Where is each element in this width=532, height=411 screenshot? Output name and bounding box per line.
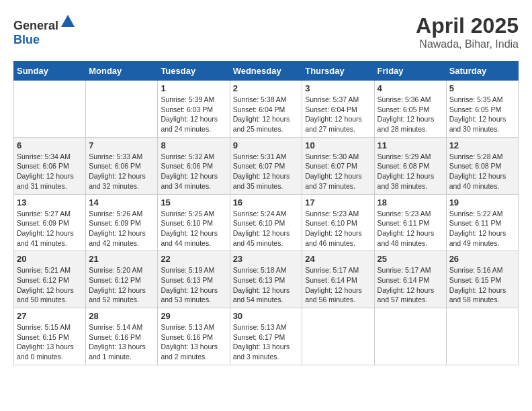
- month-title: April 2025: [416, 13, 519, 38]
- calendar-cell: 16Sunrise: 5:24 AM Sunset: 6:10 PM Dayli…: [230, 194, 302, 251]
- calendar-cell: 7Sunrise: 5:33 AM Sunset: 6:06 PM Daylig…: [86, 137, 158, 194]
- calendar-cell: 8Sunrise: 5:32 AM Sunset: 6:06 PM Daylig…: [158, 137, 230, 194]
- calendar-cell: [14, 81, 86, 138]
- cell-day-number: 6: [17, 140, 83, 150]
- cell-info: Sunrise: 5:37 AM Sunset: 6:04 PM Dayligh…: [305, 95, 371, 134]
- cell-info: Sunrise: 5:24 AM Sunset: 6:10 PM Dayligh…: [233, 209, 300, 248]
- cell-day-number: 7: [89, 140, 154, 150]
- cell-day-number: 24: [305, 254, 371, 264]
- column-header-wednesday: Wednesday: [230, 62, 302, 81]
- calendar-header-row: SundayMondayTuesdayWednesdayThursdayFrid…: [14, 62, 519, 81]
- cell-day-number: 30: [233, 311, 300, 321]
- cell-day-number: 27: [17, 311, 83, 321]
- calendar-cell: 25Sunrise: 5:17 AM Sunset: 6:14 PM Dayli…: [374, 251, 446, 308]
- calendar-cell: [446, 308, 518, 365]
- calendar-cell: 14Sunrise: 5:26 AM Sunset: 6:09 PM Dayli…: [86, 194, 158, 251]
- cell-info: Sunrise: 5:36 AM Sunset: 6:05 PM Dayligh…: [378, 95, 443, 134]
- calendar-cell: 1Sunrise: 5:39 AM Sunset: 6:03 PM Daylig…: [158, 81, 230, 138]
- cell-info: Sunrise: 5:21 AM Sunset: 6:12 PM Dayligh…: [17, 265, 83, 305]
- logo-icon: [60, 13, 76, 30]
- cell-day-number: 19: [449, 197, 515, 208]
- cell-day-number: 1: [161, 83, 226, 93]
- cell-info: Sunrise: 5:38 AM Sunset: 6:04 PM Dayligh…: [233, 95, 300, 134]
- calendar-week-4: 20Sunrise: 5:21 AM Sunset: 6:12 PM Dayli…: [14, 251, 519, 308]
- calendar-cell: 27Sunrise: 5:15 AM Sunset: 6:15 PM Dayli…: [14, 308, 86, 365]
- cell-info: Sunrise: 5:16 AM Sunset: 6:15 PM Dayligh…: [449, 265, 515, 305]
- location-title: Nawada, Bihar, India: [416, 38, 519, 50]
- cell-info: Sunrise: 5:35 AM Sunset: 6:05 PM Dayligh…: [449, 95, 515, 134]
- cell-day-number: 9: [233, 140, 300, 150]
- calendar-cell: [86, 81, 158, 138]
- cell-day-number: 26: [449, 254, 515, 264]
- logo-blue: Blue: [13, 33, 40, 46]
- cell-day-number: 14: [89, 197, 154, 208]
- cell-day-number: 15: [161, 197, 226, 208]
- cell-info: Sunrise: 5:31 AM Sunset: 6:07 PM Dayligh…: [233, 152, 300, 191]
- calendar-cell: 28Sunrise: 5:14 AM Sunset: 6:16 PM Dayli…: [86, 308, 158, 365]
- calendar-cell: 18Sunrise: 5:23 AM Sunset: 6:11 PM Dayli…: [374, 194, 446, 251]
- logo: General Blue: [13, 13, 76, 47]
- calendar-cell: 20Sunrise: 5:21 AM Sunset: 6:12 PM Dayli…: [14, 251, 86, 308]
- cell-info: Sunrise: 5:13 AM Sunset: 6:16 PM Dayligh…: [161, 322, 226, 362]
- calendar-week-3: 13Sunrise: 5:27 AM Sunset: 6:09 PM Dayli…: [14, 194, 519, 251]
- calendar-cell: [374, 308, 446, 365]
- cell-info: Sunrise: 5:18 AM Sunset: 6:13 PM Dayligh…: [233, 265, 300, 305]
- cell-info: Sunrise: 5:17 AM Sunset: 6:14 PM Dayligh…: [305, 265, 371, 305]
- column-header-sunday: Sunday: [14, 62, 86, 81]
- calendar-cell: 30Sunrise: 5:13 AM Sunset: 6:17 PM Dayli…: [230, 308, 302, 365]
- calendar-cell: 21Sunrise: 5:20 AM Sunset: 6:12 PM Dayli…: [86, 251, 158, 308]
- calendar-cell: 2Sunrise: 5:38 AM Sunset: 6:04 PM Daylig…: [230, 81, 302, 138]
- calendar-cell: 12Sunrise: 5:28 AM Sunset: 6:08 PM Dayli…: [446, 137, 518, 194]
- calendar-table: SundayMondayTuesdayWednesdayThursdayFrid…: [13, 61, 519, 365]
- calendar-cell: 15Sunrise: 5:25 AM Sunset: 6:10 PM Dayli…: [158, 194, 230, 251]
- column-header-monday: Monday: [86, 62, 158, 81]
- calendar-cell: 23Sunrise: 5:18 AM Sunset: 6:13 PM Dayli…: [230, 251, 302, 308]
- calendar-cell: 4Sunrise: 5:36 AM Sunset: 6:05 PM Daylig…: [374, 81, 446, 138]
- calendar-cell: 24Sunrise: 5:17 AM Sunset: 6:14 PM Dayli…: [302, 251, 374, 308]
- cell-info: Sunrise: 5:25 AM Sunset: 6:10 PM Dayligh…: [161, 209, 226, 248]
- cell-day-number: 2: [233, 83, 300, 93]
- cell-day-number: 12: [449, 140, 515, 150]
- cell-day-number: 21: [89, 254, 154, 264]
- cell-info: Sunrise: 5:20 AM Sunset: 6:12 PM Dayligh…: [89, 265, 154, 305]
- calendar-cell: 11Sunrise: 5:29 AM Sunset: 6:08 PM Dayli…: [374, 137, 446, 194]
- cell-info: Sunrise: 5:32 AM Sunset: 6:06 PM Dayligh…: [161, 152, 226, 191]
- cell-day-number: 3: [305, 83, 371, 93]
- calendar-cell: 22Sunrise: 5:19 AM Sunset: 6:13 PM Dayli…: [158, 251, 230, 308]
- calendar-cell: 26Sunrise: 5:16 AM Sunset: 6:15 PM Dayli…: [446, 251, 518, 308]
- cell-info: Sunrise: 5:23 AM Sunset: 6:11 PM Dayligh…: [378, 209, 443, 248]
- cell-info: Sunrise: 5:19 AM Sunset: 6:13 PM Dayligh…: [161, 265, 226, 305]
- column-header-friday: Friday: [374, 62, 446, 81]
- cell-info: Sunrise: 5:23 AM Sunset: 6:10 PM Dayligh…: [305, 209, 371, 248]
- cell-day-number: 17: [305, 197, 371, 208]
- calendar-week-1: 1Sunrise: 5:39 AM Sunset: 6:03 PM Daylig…: [14, 81, 519, 138]
- cell-day-number: 10: [305, 140, 371, 150]
- cell-info: Sunrise: 5:34 AM Sunset: 6:06 PM Dayligh…: [17, 152, 83, 191]
- cell-info: Sunrise: 5:28 AM Sunset: 6:08 PM Dayligh…: [449, 152, 515, 191]
- cell-day-number: 28: [89, 311, 154, 321]
- cell-info: Sunrise: 5:17 AM Sunset: 6:14 PM Dayligh…: [378, 265, 443, 305]
- cell-info: Sunrise: 5:26 AM Sunset: 6:09 PM Dayligh…: [89, 209, 154, 248]
- cell-day-number: 29: [161, 311, 226, 321]
- calendar-cell: 10Sunrise: 5:30 AM Sunset: 6:07 PM Dayli…: [302, 137, 374, 194]
- svg-marker-0: [61, 15, 75, 27]
- calendar-cell: 29Sunrise: 5:13 AM Sunset: 6:16 PM Dayli…: [158, 308, 230, 365]
- logo-general: General: [13, 19, 58, 32]
- page-header: General Blue April 2025 Nawada, Bihar, I…: [13, 13, 519, 50]
- cell-day-number: 22: [161, 254, 226, 264]
- calendar-cell: 5Sunrise: 5:35 AM Sunset: 6:05 PM Daylig…: [446, 81, 518, 138]
- cell-day-number: 8: [161, 140, 226, 150]
- cell-info: Sunrise: 5:39 AM Sunset: 6:03 PM Dayligh…: [161, 95, 226, 134]
- title-section: April 2025 Nawada, Bihar, India: [416, 13, 519, 50]
- cell-day-number: 5: [449, 83, 515, 93]
- column-header-tuesday: Tuesday: [158, 62, 230, 81]
- calendar-cell: 13Sunrise: 5:27 AM Sunset: 6:09 PM Dayli…: [14, 194, 86, 251]
- calendar-cell: 3Sunrise: 5:37 AM Sunset: 6:04 PM Daylig…: [302, 81, 374, 138]
- cell-info: Sunrise: 5:30 AM Sunset: 6:07 PM Dayligh…: [305, 152, 371, 191]
- calendar-cell: 9Sunrise: 5:31 AM Sunset: 6:07 PM Daylig…: [230, 137, 302, 194]
- calendar-cell: 19Sunrise: 5:22 AM Sunset: 6:11 PM Dayli…: [446, 194, 518, 251]
- cell-info: Sunrise: 5:13 AM Sunset: 6:17 PM Dayligh…: [233, 322, 300, 362]
- calendar-cell: 6Sunrise: 5:34 AM Sunset: 6:06 PM Daylig…: [14, 137, 86, 194]
- cell-info: Sunrise: 5:27 AM Sunset: 6:09 PM Dayligh…: [17, 209, 83, 248]
- cell-day-number: 13: [17, 197, 83, 208]
